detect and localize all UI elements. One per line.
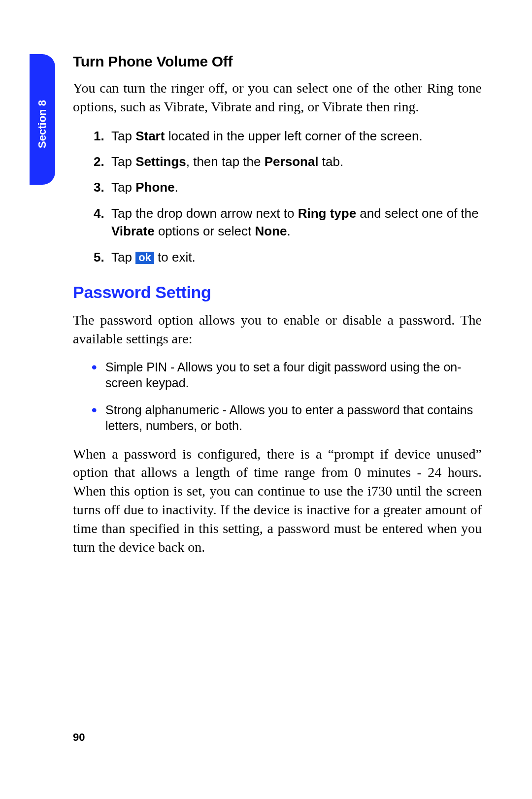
bullet-simple-pin: Simple PIN - Allows you to set a four di… xyxy=(103,359,482,391)
subheading-turn-phone-volume-off: Turn Phone Volume Off xyxy=(73,53,482,70)
step-text: , then tap the xyxy=(186,154,265,169)
step-4: Tap the drop down arrow next to Ring typ… xyxy=(94,204,482,240)
steps-list: Tap Start located in the upper left corn… xyxy=(73,127,482,266)
step-text: located in the upper left corner of the … xyxy=(165,129,422,143)
step-text: . xyxy=(175,180,178,195)
bullet-list: Simple PIN - Allows you to set a four di… xyxy=(73,359,482,434)
intro-paragraph: You can turn the ringer off, or you can … xyxy=(73,79,482,116)
step-text: Tap xyxy=(111,154,135,169)
section-heading-password-setting: Password Setting xyxy=(73,283,482,302)
page-number: 90 xyxy=(73,731,85,744)
step-bold: None xyxy=(255,224,287,238)
step-text: to exit. xyxy=(154,250,196,265)
step-text: Tap xyxy=(111,129,135,143)
step-bold: Ring type xyxy=(298,206,356,221)
step-text: Tap xyxy=(111,180,135,195)
step-text: Tap the drop down arrow next to xyxy=(111,206,298,221)
section-tab-label: Section 8 xyxy=(36,100,49,148)
step-bold: Start xyxy=(135,129,165,143)
step-bold: Phone xyxy=(135,180,174,195)
manual-page: Section 8 Turn Phone Volume Off You can … xyxy=(0,0,532,799)
step-text: options or select xyxy=(155,224,255,238)
password-detail-paragraph: When a password is configured, there is … xyxy=(73,445,482,557)
step-text: and select one of the xyxy=(356,206,479,221)
step-bold: Settings xyxy=(135,154,186,169)
step-bold: Personal xyxy=(265,154,319,169)
step-2: Tap Settings, then tap the Personal tab. xyxy=(94,153,482,170)
step-text: Tap xyxy=(111,250,135,265)
content-area: Turn Phone Volume Off You can turn the r… xyxy=(73,53,482,567)
step-1: Tap Start located in the upper left corn… xyxy=(94,127,482,145)
bullet-strong-alphanumeric: Strong alphanumeric - Allows you to ente… xyxy=(103,402,482,434)
step-3: Tap Phone. xyxy=(94,178,482,196)
step-bold: Vibrate xyxy=(111,224,155,238)
ok-icon: ok xyxy=(135,252,154,264)
step-5: Tap ok to exit. xyxy=(94,248,482,266)
step-text: tab. xyxy=(319,154,344,169)
password-intro-paragraph: The password option allows you to enable… xyxy=(73,311,482,348)
section-tab: Section 8 xyxy=(30,54,55,185)
step-text: . xyxy=(287,224,290,238)
